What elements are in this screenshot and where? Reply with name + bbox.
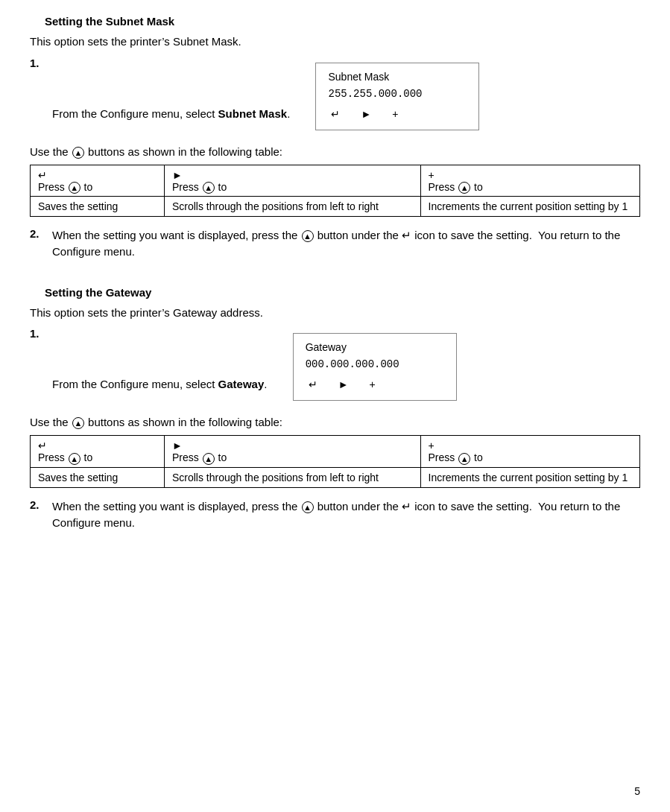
subnet-section: Setting the Subnet Mask This option sets… [30, 15, 640, 273]
subnet-plus-icon: + [392, 107, 398, 122]
gateway-col2-header: ►Press ▲ to [164, 436, 420, 467]
subnet-h3-circle: ▲ [458, 182, 470, 194]
subnet-step1: 1. From the Configure menu, select Subne… [30, 57, 640, 138]
subnet-return-icon: ↵ [331, 107, 340, 122]
subnet-menu-item: Subnet Mask [218, 107, 288, 120]
subnet-intro: This option sets the printer’s Subnet Ma… [30, 34, 640, 51]
gateway-section: Setting the Gateway This option sets the… [30, 286, 640, 544]
gateway-return-icon: ↵ [309, 377, 317, 393]
subnet-cell2: Scrolls through the positions from left … [164, 196, 420, 216]
gateway-table-row: Saves the setting Scrolls through the po… [31, 467, 640, 487]
gateway-intro: This option sets the printer’s Gateway a… [30, 305, 640, 322]
gateway-h1-circle: ▲ [69, 453, 80, 465]
subnet-screen-title: Subnet Mask [328, 69, 467, 85]
gateway-heading: Setting the Gateway [45, 286, 640, 299]
subnet-col3-header: +Press ▲ to [420, 165, 640, 196]
subnet-cell1: Saves the setting [31, 196, 165, 216]
subnet-step2-content: When the setting you want is displayed, … [52, 227, 640, 261]
subnet-table-header-row: ↵Press ▲ to ►Press ▲ to +Press ▲ to [31, 165, 640, 196]
gateway-screen-title: Gateway [306, 340, 444, 355]
gateway-step2-number: 2. [30, 498, 52, 511]
gateway-circle-up-1: ▲ [72, 417, 84, 429]
gateway-screen-box: Gateway 000.000.000.000 ↵ ► + [293, 333, 457, 401]
gateway-table: ↵Press ▲ to ►Press ▲ to +Press ▲ to Save… [30, 435, 640, 487]
gateway-cell3: Increments the current position setting … [420, 467, 640, 487]
subnet-step1-number: 1. [30, 57, 52, 69]
gateway-h2-circle: ▲ [203, 453, 215, 465]
subnet-right-icon: ► [361, 107, 371, 122]
gateway-step1-content: From the Configure menu, select Gateway.… [52, 327, 640, 408]
subnet-h1-circle: ▲ [69, 182, 80, 194]
subnet-screen-value: 255.255.000.000 [328, 86, 467, 102]
gateway-table-header-row: ↵Press ▲ to ►Press ▲ to +Press ▲ to [31, 436, 640, 467]
page-number: 5 [634, 785, 640, 797]
gateway-cell2: Scrolls through the positions from left … [164, 467, 420, 487]
gateway-h3-circle: ▲ [458, 453, 470, 465]
subnet-circle-up-1: ▲ [72, 147, 84, 159]
subnet-cell3: Increments the current position setting … [420, 196, 640, 216]
subnet-table-row: Saves the setting Scrolls through the po… [31, 196, 640, 216]
gateway-table-desc: Use the ▲ buttons as shown in the follow… [30, 416, 640, 429]
subnet-heading: Setting the Subnet Mask [45, 15, 640, 28]
gateway-circle-up-2: ▲ [302, 501, 314, 513]
subnet-circle-up-2: ▲ [302, 230, 314, 242]
subnet-table: ↵Press ▲ to ►Press ▲ to +Press ▲ to Save… [30, 165, 640, 217]
subnet-table-desc: Use the ▲ buttons as shown in the follow… [30, 145, 640, 159]
subnet-screen-box: Subnet Mask 255.255.000.000 ↵ ► + [315, 63, 479, 130]
gateway-step1: 1. From the Configure menu, select Gatew… [30, 327, 640, 408]
gateway-plus-icon: + [370, 377, 376, 393]
gateway-step1-number: 1. [30, 327, 52, 340]
gateway-menu-item: Gateway [218, 378, 265, 390]
gateway-step2: 2. When the setting you want is displaye… [30, 498, 640, 544]
gateway-screen-icons: ↵ ► + [306, 377, 444, 393]
subnet-step2: 2. When the setting you want is displaye… [30, 227, 640, 273]
subnet-step2-number: 2. [30, 227, 52, 240]
gateway-col3-header: +Press ▲ to [420, 436, 640, 467]
subnet-col2-header: ►Press ▲ to [164, 165, 420, 196]
gateway-right-icon: ► [338, 377, 349, 393]
subnet-h2-circle: ▲ [203, 182, 215, 194]
gateway-screen-value: 000.000.000.000 [306, 357, 444, 372]
gateway-step2-content: When the setting you want is displayed, … [52, 498, 640, 532]
subnet-step1-content: From the Configure menu, select Subnet M… [52, 57, 640, 138]
subnet-screen-icons: ↵ ► + [328, 107, 467, 122]
gateway-cell1: Saves the setting [31, 467, 165, 487]
gateway-col1-header: ↵Press ▲ to [31, 436, 165, 467]
subnet-col1-header: ↵Press ▲ to [31, 165, 165, 196]
